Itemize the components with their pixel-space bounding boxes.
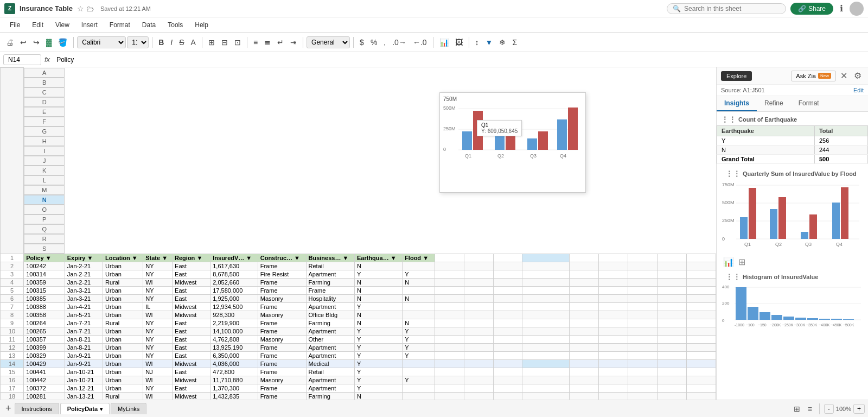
empty-cell[interactable]	[493, 311, 522, 319]
empty-cell[interactable]	[657, 384, 686, 392]
empty-cell[interactable]	[522, 392, 569, 400]
tab-mylinks[interactable]: MyLinks	[111, 403, 146, 414]
cell[interactable]: Jan-13-21	[65, 392, 103, 400]
fill-color-button[interactable]: 🪣	[55, 36, 70, 48]
header-earthquake[interactable]: Earthqua… ▼	[355, 254, 403, 262]
empty-cell[interactable]	[628, 376, 657, 384]
cell[interactable]: 472,800	[210, 368, 258, 376]
empty-cell[interactable]	[464, 351, 493, 359]
cell[interactable]: East	[173, 351, 210, 359]
empty-cell[interactable]	[435, 359, 464, 368]
number-format-select[interactable]: General	[307, 36, 350, 48]
dec-increase-button[interactable]: .0→	[390, 36, 409, 48]
cell[interactable]	[403, 286, 435, 294]
empty-cell[interactable]	[628, 278, 657, 286]
col-header-N[interactable]: N	[24, 195, 65, 205]
align-left-button[interactable]: ≡	[251, 36, 260, 48]
empty-cell[interactable]	[598, 262, 628, 270]
empty-cell[interactable]	[598, 384, 628, 392]
cell-reference[interactable]	[3, 54, 41, 65]
cell-L1[interactable]	[464, 254, 493, 262]
empty-cell[interactable]	[598, 327, 628, 335]
empty-cell[interactable]	[464, 262, 493, 270]
empty-cell[interactable]	[522, 335, 569, 343]
empty-cell[interactable]	[569, 302, 598, 311]
empty-cell[interactable]	[435, 262, 464, 270]
cell[interactable]: Y	[355, 270, 403, 278]
empty-cell[interactable]	[628, 286, 657, 294]
cell[interactable]: Farming	[306, 319, 354, 327]
cell[interactable]: Frame	[258, 302, 306, 311]
cell[interactable]: Frame	[258, 392, 306, 400]
empty-cell[interactable]	[435, 302, 464, 311]
empty-cell[interactable]	[522, 384, 569, 392]
empty-cell[interactable]	[464, 278, 493, 286]
menu-file[interactable]: File	[4, 20, 25, 30]
empty-cell[interactable]	[522, 311, 569, 319]
empty-cell[interactable]	[493, 376, 522, 384]
empty-cell[interactable]	[569, 368, 598, 376]
cell[interactable]: NY	[143, 335, 173, 343]
empty-cell[interactable]	[657, 327, 686, 335]
cell[interactable]: Y	[355, 376, 403, 384]
cell[interactable]: Farming	[306, 392, 354, 400]
empty-cell[interactable]	[493, 392, 522, 400]
empty-cell[interactable]	[598, 351, 628, 359]
empty-cell[interactable]	[493, 384, 522, 392]
dec-decrease-button[interactable]: ←.0	[410, 36, 430, 48]
empty-cell[interactable]	[598, 359, 628, 368]
header-state[interactable]: State ▼	[143, 254, 173, 262]
cell[interactable]: Midwest	[173, 392, 210, 400]
empty-cell[interactable]	[464, 319, 493, 327]
redo-button[interactable]: ↪	[30, 36, 42, 48]
menu-view[interactable]: View	[50, 20, 75, 30]
cell[interactable]: Y	[355, 351, 403, 359]
empty-cell[interactable]	[657, 286, 686, 294]
empty-cell[interactable]	[522, 278, 569, 286]
col-header-K[interactable]: K	[24, 166, 65, 175]
empty-cell[interactable]	[598, 368, 628, 376]
cell[interactable]: N	[355, 392, 403, 400]
cell[interactable]: NY	[143, 343, 173, 351]
cell[interactable]: NY	[143, 270, 173, 278]
empty-cell[interactable]	[435, 311, 464, 319]
empty-cell[interactable]	[464, 294, 493, 302]
empty-cell[interactable]	[686, 302, 716, 311]
empty-cell[interactable]	[435, 278, 464, 286]
cell-R1[interactable]	[657, 254, 686, 262]
tab-format[interactable]: Format	[791, 96, 827, 111]
header-flood[interactable]: Flood ▼	[403, 254, 435, 262]
folder-icon[interactable]: 🗁	[86, 4, 94, 13]
cell-N1[interactable]	[522, 254, 569, 262]
empty-cell[interactable]	[569, 286, 598, 294]
empty-cell[interactable]	[598, 319, 628, 327]
empty-cell[interactable]	[628, 351, 657, 359]
cell[interactable]: NY	[143, 319, 173, 327]
cell[interactable]	[403, 262, 435, 270]
empty-cell[interactable]	[628, 384, 657, 392]
empty-cell[interactable]	[686, 327, 716, 335]
cell[interactable]: Masonry	[258, 335, 306, 343]
strikethrough-button[interactable]: S	[176, 36, 187, 48]
cell[interactable]: Urban	[103, 262, 143, 270]
empty-cell[interactable]	[435, 335, 464, 343]
cell[interactable]: 1,925,000	[210, 294, 258, 302]
cell[interactable]: 4,762,808	[210, 335, 258, 343]
cell[interactable]: N	[403, 294, 435, 302]
empty-cell[interactable]	[464, 311, 493, 319]
explore-button[interactable]: Explore	[721, 71, 752, 81]
cell[interactable]: Jan-8-21	[65, 343, 103, 351]
cell[interactable]: Jan-9-21	[65, 359, 103, 368]
empty-cell[interactable]	[628, 294, 657, 302]
empty-cell[interactable]	[435, 392, 464, 400]
cell[interactable]: Urban	[103, 384, 143, 392]
empty-cell[interactable]	[569, 351, 598, 359]
empty-cell[interactable]	[522, 351, 569, 359]
cell[interactable]: Urban	[103, 270, 143, 278]
sort-button[interactable]: ↕	[473, 36, 482, 48]
align-center-button[interactable]: ≣	[261, 36, 273, 48]
empty-cell[interactable]	[522, 302, 569, 311]
cell[interactable]: Midwest	[173, 278, 210, 286]
cell[interactable]: 100329	[24, 351, 65, 359]
col-header-J[interactable]: J	[24, 156, 65, 166]
